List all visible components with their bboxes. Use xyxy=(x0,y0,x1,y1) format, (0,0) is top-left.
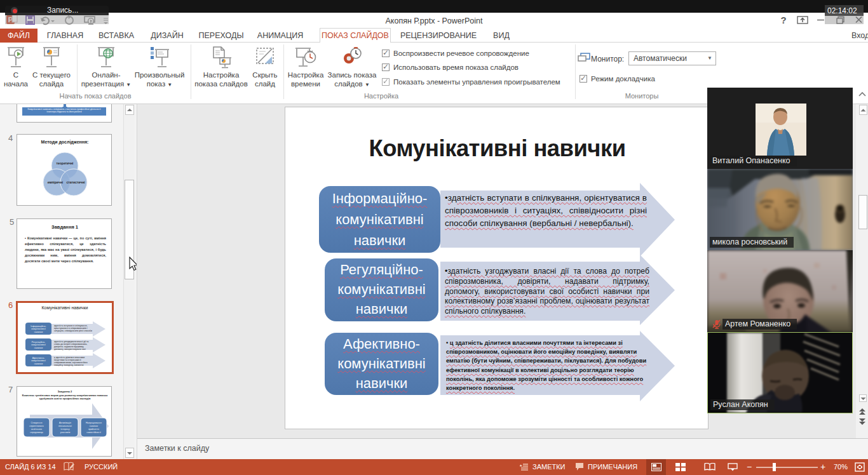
svg-text:Напрацювання: Напрацювання xyxy=(86,422,102,424)
svg-text:навички: навички xyxy=(34,331,43,333)
svg-text:Активізація: Активізація xyxy=(59,422,71,424)
svg-text:середовища: середовища xyxy=(30,431,43,434)
svg-text:інтересу: інтересу xyxy=(61,428,70,431)
svg-text:комунікативні: комунікативні xyxy=(31,328,46,330)
svg-text:емпіричні: емпіричні xyxy=(48,180,64,184)
svg-text:освітнього: освітнього xyxy=(31,428,42,431)
svg-text:Створення: Створення xyxy=(31,422,42,424)
svg-text:комунікативні: комунікативні xyxy=(31,359,46,362)
svg-text:самостійності: самостійності xyxy=(86,431,101,434)
svg-text:Афективно-: Афективно- xyxy=(32,357,46,359)
svg-text:емоційну поведінку, виявляти: емоційну поведінку, виявляти xyxy=(54,364,83,366)
svg-text:теоретичні: теоретичні xyxy=(57,161,74,165)
svg-text:ситуаціях, співвідносити різні: ситуаціях, співвідносити різні способи xyxy=(54,330,92,332)
svg-text:комунікативні: комунікативні xyxy=(31,344,46,346)
svg-text:?: ? xyxy=(780,15,786,25)
svg-text:пізнавальної: пізнавальної xyxy=(58,425,72,427)
svg-text:статистичні: статистичні xyxy=(66,180,85,184)
svg-text:навичок: навичок xyxy=(90,425,98,427)
svg-text:навички: навички xyxy=(34,347,43,349)
svg-text:Регуляційно-: Регуляційно- xyxy=(32,341,46,344)
svg-text:навички: навички xyxy=(34,363,43,365)
svg-text:допомогу, використовувати свої: допомогу, використовувати свої xyxy=(54,348,86,351)
svg-text:сприятливого: сприятливого xyxy=(29,425,43,427)
svg-text:прийняття: прийняття xyxy=(88,428,99,431)
svg-text:Інформаційно-: Інформаційно- xyxy=(31,325,46,328)
svg-text:учасників: учасників xyxy=(60,431,71,434)
